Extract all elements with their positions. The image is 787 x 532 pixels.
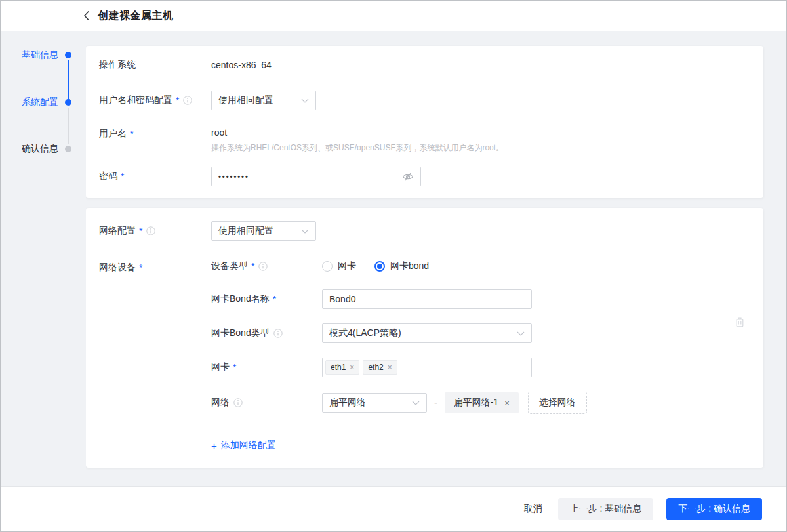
nic-tag: eth1 × (325, 360, 359, 375)
network-config-select[interactable]: 使用相同配置 (211, 221, 316, 241)
step-dot-done (65, 52, 71, 58)
nic-row: 网卡* eth1 × eth2 × (211, 358, 745, 377)
bond-name-input[interactable]: Bond0 (322, 289, 532, 309)
device-type-radio-group: 网卡 网卡bond (322, 260, 429, 272)
steps-nav: 基础信息 系统配置 确认信息 (1, 31, 86, 486)
chevron-down-icon (517, 331, 525, 336)
os-label: 操作系统 (99, 59, 211, 71)
chevron-down-icon (412, 401, 420, 405)
os-row: 操作系统 centos-x86_64 (99, 59, 745, 71)
page-title: 创建裸金属主机 (98, 9, 174, 23)
required-mark: * (121, 171, 124, 182)
step-dot-pending (65, 146, 71, 152)
required-mark: * (233, 362, 236, 373)
create-baremetal-host-page: 创建裸金属主机 基础信息 系统配置 确认信息 (0, 0, 787, 532)
section-divider (211, 428, 745, 428)
nic-label: 网卡* (211, 361, 322, 373)
page-header: 创建裸金属主机 (1, 1, 786, 31)
step-connector-pending (68, 108, 69, 144)
select-network-button[interactable]: 选择网络 (528, 392, 587, 414)
prev-step-button[interactable]: 上一步 : 基础信息 (558, 498, 654, 520)
next-step-button[interactable]: 下一步 : 确认信息 (666, 498, 762, 520)
trash-icon (735, 317, 745, 328)
page-footer: 取消 上一步 : 基础信息 下一步 : 确认信息 (1, 486, 786, 531)
required-mark: * (176, 95, 179, 106)
device-type-row: 设备类型* 网卡 (211, 260, 745, 272)
password-masked-value: •••••••• (218, 167, 249, 186)
required-mark: * (139, 226, 142, 236)
eye-off-icon (402, 172, 414, 182)
selected-network-tag: 扁平网络-1 × (445, 392, 519, 413)
info-icon[interactable] (273, 329, 283, 338)
password-row: 密码* •••••••• (99, 167, 745, 186)
required-mark: * (273, 294, 276, 304)
user-pass-config-label: 用户名和密码配置* (99, 94, 211, 106)
user-pass-config-select[interactable]: 使用相同配置 (211, 91, 316, 110)
required-mark: * (139, 262, 142, 273)
cancel-button[interactable]: 取消 (521, 498, 545, 520)
radio-unchecked-icon (322, 261, 333, 272)
radio-checked-icon (374, 261, 385, 272)
info-icon[interactable] (146, 226, 155, 235)
step-confirm-info[interactable]: 确认信息 (22, 142, 71, 155)
remove-tag-icon[interactable]: × (388, 363, 392, 372)
username-label: 用户名* (99, 127, 211, 140)
password-label: 密码* (99, 171, 211, 182)
nic-multiselect[interactable]: eth1 × eth2 × (322, 358, 532, 377)
password-input[interactable]: •••••••• (211, 167, 421, 186)
network-type-select[interactable]: 扁平网络 (322, 393, 427, 413)
back-button[interactable] (83, 10, 90, 21)
plus-icon: + (211, 440, 217, 451)
bond-type-row: 网卡Bond类型 模式4(LACP策略) (211, 323, 745, 343)
device-type-label: 设备类型* (211, 260, 322, 272)
dash-separator: - (434, 398, 437, 408)
delete-device-button[interactable] (735, 317, 745, 328)
username-row: 用户名* root 操作系统为RHEL/CentOS系列、或SUSE/openS… (99, 127, 745, 153)
step-system-config[interactable]: 系统配置 (22, 96, 71, 109)
info-icon[interactable] (258, 262, 268, 271)
nic-tag: eth2 × (363, 360, 397, 375)
step-basic-info[interactable]: 基础信息 (22, 49, 71, 62)
remove-tag-icon[interactable]: × (350, 363, 354, 372)
required-mark: * (251, 261, 254, 272)
info-icon[interactable] (233, 398, 243, 407)
network-device-group: 设备类型* 网卡 (211, 260, 745, 414)
step-dot-active (65, 99, 71, 106)
network-device-label: 网络设备* (99, 260, 211, 274)
chevron-down-icon (301, 229, 309, 234)
add-network-config-link[interactable]: + 添加网络配置 (211, 440, 276, 451)
required-mark: * (130, 129, 133, 139)
toggle-password-visibility-button[interactable] (402, 172, 414, 182)
network-device-row: 网络设备* 设备类型* (99, 260, 745, 414)
radio-nic[interactable]: 网卡 (322, 260, 356, 272)
network-label: 网络 (211, 397, 322, 409)
bond-type-select[interactable]: 模式4(LACP策略) (322, 323, 532, 343)
network-config-card: 网络配置* 使用相同配置 网络设备* (86, 208, 763, 468)
os-value: centos-x86_64 (211, 60, 272, 70)
bond-name-label: 网卡Bond名称* (211, 293, 322, 305)
network-config-row: 网络配置* 使用相同配置 (99, 221, 745, 241)
bond-type-label: 网卡Bond类型 (211, 327, 322, 339)
username-value: root (211, 127, 504, 138)
network-config-label: 网络配置* (99, 225, 211, 237)
back-chevron-icon (83, 10, 90, 21)
main-content: 操作系统 centos-x86_64 用户名和密码配置* 使用相同配置 (86, 31, 786, 486)
step-connector-done (68, 60, 69, 100)
username-hint: 操作系统为RHEL/CentOS系列、或SUSE/openSUSE系列，系统默认… (211, 142, 504, 153)
page-body: 基础信息 系统配置 确认信息 操作系统 centos-x86_64 (1, 31, 786, 486)
chevron-down-icon (301, 98, 309, 103)
user-pass-config-row: 用户名和密码配置* 使用相同配置 (99, 91, 745, 110)
info-icon[interactable] (183, 96, 192, 105)
remove-tag-icon[interactable]: × (504, 398, 510, 408)
network-row: 网络 扁平网络 - (211, 392, 745, 414)
bond-name-row: 网卡Bond名称* Bond0 (211, 289, 745, 309)
radio-nic-bond[interactable]: 网卡bond (374, 260, 429, 272)
system-config-card: 操作系统 centos-x86_64 用户名和密码配置* 使用相同配置 (86, 46, 763, 198)
